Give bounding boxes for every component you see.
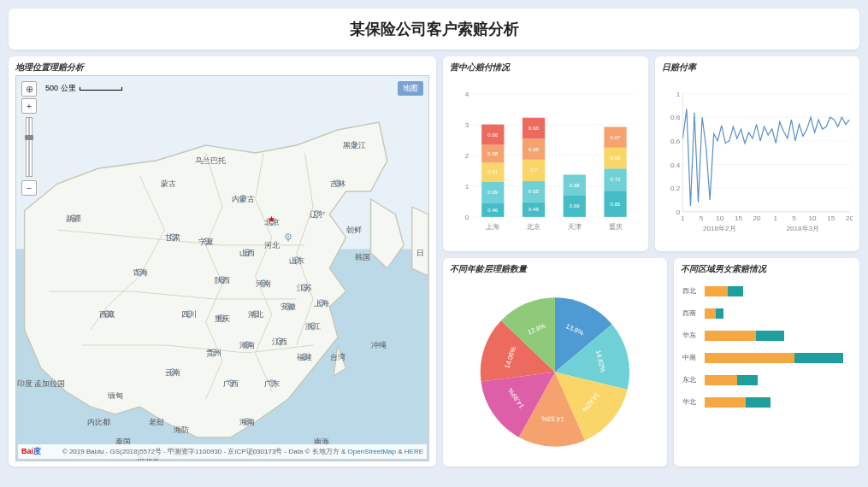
svg-text:0.2: 0.2 [670,185,681,192]
map-marker-icon[interactable] [243,249,251,257]
map-reset-button[interactable]: ⊕ [21,81,37,97]
svg-text:20: 20 [845,214,853,222]
map-zoom-controls: ⊕ + − [21,81,37,196]
map-zoom-in-button[interactable]: + [21,98,37,114]
svg-point-8 [337,182,339,184]
svg-text:0: 0 [676,208,680,216]
map-marker-icon[interactable] [300,353,309,361]
map-marker-icon[interactable] [218,276,227,285]
svg-point-40 [321,302,322,303]
svg-point-46 [304,355,305,357]
map-marker-icon[interactable] [284,233,292,242]
province-label: 台湾 [330,351,345,362]
map-marker-icon[interactable] [168,368,177,377]
svg-point-56 [271,382,273,384]
map-scale: 500 公里 [45,83,122,94]
hbar-category-label: 中南 [682,353,705,362]
svg-point-12 [242,197,244,199]
svg-text:天津: 天津 [568,223,582,231]
map-marker-icon[interactable] [292,256,301,265]
map-marker-icon[interactable] [284,302,292,311]
province-label: 乌兰巴托 [195,155,226,167]
svg-text:1: 1 [681,214,685,222]
map-marker-icon[interactable] [168,233,177,242]
hbar-category-label: 华东 [682,331,705,340]
hbar-category-label: 西北 [682,286,705,296]
svg-point-24 [188,313,190,314]
map-marker-icon[interactable] [185,310,193,319]
map-type-badge[interactable]: 地图 [398,81,423,96]
svg-text:0.7: 0.7 [530,167,538,173]
map-marker-icon[interactable] [350,141,358,150]
svg-text:5: 5 [792,214,796,222]
svg-text:0.46: 0.46 [487,207,498,213]
svg-point-38 [287,305,289,307]
svg-text:0.68: 0.68 [528,146,539,152]
svg-point-48 [255,313,257,314]
line-chart-title: 日赔付率 [662,62,853,73]
map-marker-icon[interactable] [275,337,284,346]
svg-text:重庆: 重庆 [609,223,623,231]
map-marker-icon[interactable] [300,284,309,292]
map-attribution: Bai度 © 2019 Baidu - GS(2018)5572号 - 甲测资字… [18,444,427,459]
svg-text:2018年2月: 2018年2月 [703,225,736,232]
province-label: 河北 [264,240,280,251]
svg-text:0.69: 0.69 [487,189,498,195]
map-zoom-out-button[interactable]: − [21,180,37,196]
svg-point-28 [221,279,223,280]
map-zoom-slider[interactable] [26,117,32,177]
svg-text:10: 10 [716,214,724,222]
map-marker-icon[interactable] [243,418,251,426]
svg-point-14 [205,240,207,242]
map-marker-icon[interactable] [239,195,247,203]
svg-point-16 [172,236,174,238]
stacked-bar-panel: 营中心赔付情况 012340.460.690.610.580.66上海0.480… [443,56,648,251]
svg-point-6 [316,213,318,214]
map-marker-icon[interactable] [202,238,210,246]
title-bar: 某保险公司客户索赔分析 [9,9,859,50]
map-marker-icon[interactable] [251,310,260,319]
svg-text:0.67: 0.67 [611,134,621,140]
map-canvas[interactable]: 黑龙江乌兰巴托蒙古吉林内蒙古辽宁朝鲜北京新疆甘肃宁夏山西河北山东韩国日青海陕西河… [15,75,429,461]
svg-point-42 [312,325,314,326]
svg-text:4: 4 [465,91,469,98]
svg-text:1: 1 [773,214,777,222]
province-label: 印度 [17,378,32,390]
osm-link[interactable]: OpenStreetMap [348,448,396,455]
province-label: 缅甸 [108,390,123,401]
hbar-chart: 西北西南华东中南东北华北 [681,277,853,461]
map-marker-icon[interactable] [136,268,145,277]
map-marker-icon[interactable] [259,279,268,288]
map-marker-icon[interactable] [334,179,342,188]
map-marker-icon[interactable] [218,314,227,323]
svg-text:0.68: 0.68 [528,125,539,131]
map-marker-icon[interactable] [243,341,251,349]
map-marker-icon[interactable] [317,299,326,308]
stacked-bar-chart: 012340.460.690.610.580.66上海0.480.680.70.… [450,75,641,246]
svg-point-32 [263,282,264,284]
map-marker-icon[interactable] [227,379,235,388]
pie-chart-title: 不同年龄层理赔数量 [450,263,660,275]
svg-point-10 [353,144,355,145]
dashboard-grid: 地理位置理赔分析 [9,56,859,466]
map-marker-icon[interactable] [309,322,317,331]
map-marker-icon[interactable] [210,349,218,357]
map-marker-icon[interactable] [103,310,111,319]
svg-point-4 [287,236,289,238]
stacked-bar-title: 营中心赔付情况 [450,62,641,73]
map-marker-icon[interactable] [69,214,78,223]
svg-text:20: 20 [753,214,761,222]
map-scale-label: 500 公里 [45,84,76,92]
province-label: 日 [416,248,424,259]
map-marker-icon[interactable] [313,210,322,219]
svg-point-50 [246,343,248,345]
map-marker-icon[interactable] [268,379,276,388]
svg-point-54 [230,382,232,384]
hbar-segment [737,375,757,385]
map-outline [16,76,428,461]
hbar-row: 东北 [682,373,847,388]
province-label: 内比都 [87,417,110,428]
capital-star-icon: ★ [268,214,275,223]
here-link[interactable]: HERE [404,448,423,455]
svg-text:0.4: 0.4 [670,161,681,169]
